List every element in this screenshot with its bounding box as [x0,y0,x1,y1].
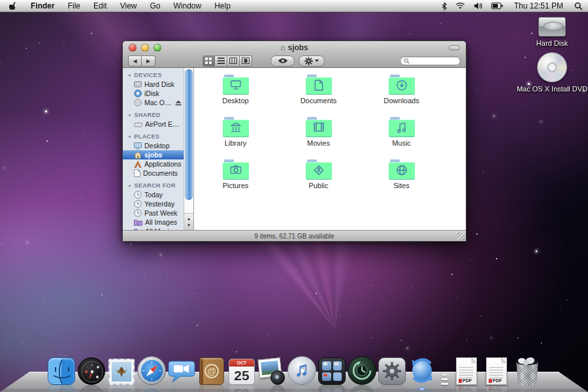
menu-bar-clock[interactable]: Thu 12:51 PM [512,1,566,10]
sidebar-item-all-images[interactable]: All Images [123,218,184,227]
spotlight-icon[interactable] [574,2,583,10]
sidebar-item-documents[interactable]: Documents [123,169,184,178]
menu-item-help[interactable]: Help [208,0,237,12]
sidebar: ▼DEVICESHard DiskiDiskMac OS X I...▼SHAR… [123,68,194,230]
documents-folder-icon[interactable] [306,74,332,95]
dock-pdf-document-2-icon[interactable]: PDF [482,355,511,385]
battery-icon[interactable] [491,3,503,9]
dock-address-book-icon[interactable]: @ [197,355,226,385]
sidebar-item-label: Hard Disk [144,80,174,88]
column-view-button[interactable] [227,56,240,67]
back-button[interactable]: ◀ [128,56,142,67]
dock-ichat-icon[interactable] [167,355,196,385]
sidebar-item-yesterday[interactable]: Yesterday [123,199,184,208]
dock-mail-icon[interactable] [107,355,136,385]
minimize-button[interactable] [141,44,149,52]
sidebar-item-idisk[interactable]: iDisk [123,89,184,98]
volume-icon[interactable] [474,2,483,10]
pictures-folder-icon[interactable] [223,159,249,180]
sidebar-section-search-for[interactable]: ▼SEARCH FOR [123,181,184,190]
menu-item-file[interactable]: File [61,0,87,12]
folder-label: Pictures [223,182,249,189]
dock-itunes-icon[interactable]: ♫ [287,355,316,385]
sidebar-item-hard-disk[interactable]: Hard Disk [123,80,184,89]
quick-look-button[interactable] [270,56,295,67]
eject-icon[interactable] [175,100,182,106]
apple-menu-icon[interactable] [0,1,24,11]
sidebar-item-applications[interactable]: Applications [123,159,184,169]
music-folder-icon[interactable] [389,117,415,137]
view-mode-segmented-control [203,56,252,67]
close-button[interactable] [129,44,137,52]
sidebar-item-mac-os-x-i[interactable]: Mac OS X I... [123,98,184,107]
public-folder-icon[interactable] [306,159,332,180]
dock-iphoto-icon[interactable] [257,355,286,385]
folder-label: Documents [301,97,337,105]
library-folder-icon[interactable] [223,117,249,137]
sidebar-section-shared[interactable]: ▼SHARED [123,110,184,120]
sidebar-section-devices[interactable]: ▼DEVICES [123,71,184,80]
forward-button[interactable]: ▶ [142,56,155,67]
folder-library[interactable]: Library [194,116,277,158]
downloads-folder-icon[interactable] [389,74,415,95]
sites-folder-icon[interactable] [389,159,415,180]
star [410,33,410,34]
sidebar-scrollbar-thumb[interactable] [185,69,193,200]
dock-finder-icon[interactable] [47,355,76,385]
icon-view-button[interactable] [203,56,215,67]
folder-movies[interactable]: Movies [277,116,360,158]
star [561,306,561,307]
dock-trash-icon[interactable] [512,355,541,385]
folder-music[interactable]: Music [360,116,443,158]
desktop-folder-icon[interactable] [223,74,249,95]
disclosure-triangle-icon[interactable]: ▼ [127,73,132,78]
toolbar-toggle-button[interactable] [449,45,460,50]
disclosure-triangle-icon[interactable]: ▼ [127,184,132,188]
dock-safari-icon[interactable] [137,355,166,385]
desktop-icon-mac-os-x-install-dvd[interactable]: Mac OS X Install DVD [516,52,588,93]
dock-sync-icon[interactable] [408,355,436,385]
list-view-button[interactable] [215,56,227,67]
scroll-up-arrow[interactable]: ▲ [187,216,191,221]
wifi-icon[interactable] [455,3,465,10]
disclosure-triangle-icon[interactable]: ▼ [127,113,132,118]
sidebar-item-sjobs[interactable]: sjobs [123,150,184,159]
folder-public[interactable]: Public [277,158,360,201]
sidebar-item-airport-extreme[interactable]: AirPort Extreme [123,120,184,129]
folder-downloads[interactable]: Downloads [360,73,443,116]
menu-item-finder[interactable]: Finder [24,0,61,12]
search-input[interactable] [400,56,461,65]
folder-pictures[interactable]: Pictures [194,158,277,201]
dock-time-machine-icon[interactable] [348,355,376,385]
desktop-icon-hard-disk[interactable]: Hard Disk [516,17,588,47]
title-bar[interactable]: ⌂ sjobs [123,41,466,54]
sidebar-item-today[interactable]: Today [123,190,184,199]
resize-grip[interactable] [457,233,465,240]
disclosure-triangle-icon[interactable]: ▼ [127,135,132,139]
dock-ical-icon[interactable]: OCT25 [227,355,256,385]
sidebar-item-past-week[interactable]: Past Week [123,208,184,218]
folder-sites[interactable]: Sites [360,158,443,201]
menu-item-window[interactable]: Window [167,0,208,12]
folder-documents[interactable]: Documents [277,73,360,116]
menu-item-view[interactable]: View [114,0,144,12]
folder-desktop[interactable]: Desktop [194,73,277,116]
scroll-down-arrow[interactable]: ▼ [187,223,191,227]
zoom-button[interactable] [154,44,161,52]
window-header[interactable]: ⌂ sjobs ◀ ▶ [123,41,466,68]
movies-folder-icon[interactable] [306,117,332,137]
bluetooth-icon[interactable] [442,2,447,10]
dock-system-preferences-icon[interactable] [378,355,406,385]
dock-dashboard-icon[interactable]: ♪ [77,355,106,385]
hard-disk-icon[interactable] [538,17,566,37]
menu-item-go[interactable]: Go [144,0,167,12]
sidebar-item-desktop[interactable]: Desktop [123,141,184,150]
action-menu-button[interactable] [299,56,325,67]
sidebar-scrollbar[interactable]: ▲ ▼ [184,68,193,230]
dock-spaces-icon[interactable] [318,355,346,385]
coverflow-view-button[interactable] [240,56,252,67]
dock-pdf-document-icon[interactable]: PDF [452,355,481,385]
dvd-icon[interactable] [537,52,567,82]
menu-item-edit[interactable]: Edit [87,0,114,12]
sidebar-section-places[interactable]: ▼PLACES [123,132,184,141]
